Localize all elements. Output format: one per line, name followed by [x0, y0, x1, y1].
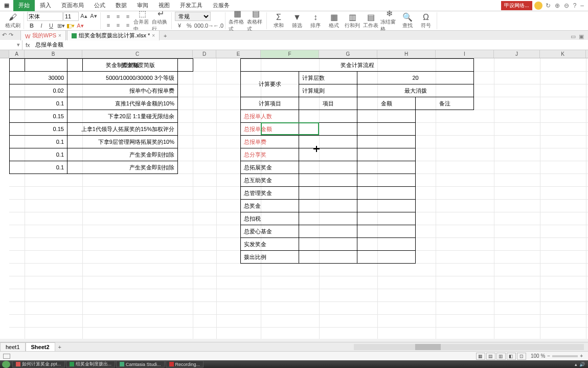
align-top-icon[interactable]: ≡ — [104, 12, 113, 20]
left-row-b-0[interactable]: 30000 — [10, 72, 67, 84]
right-amount-5[interactable] — [299, 174, 357, 187]
conditional-format-button[interactable]: ▦条件格式 — [229, 12, 246, 30]
right-item-5[interactable]: 总互助奖金 — [241, 174, 299, 187]
menu-cloud[interactable]: 云服务 — [208, 0, 235, 11]
align-right-icon[interactable]: ≡ — [123, 21, 132, 29]
refresh-icon[interactable]: ↻ — [545, 2, 552, 9]
increase-font-icon[interactable]: A▴ — [79, 12, 88, 20]
close-file-tab-icon[interactable]: × — [152, 33, 155, 38]
right-remark-5[interactable] — [357, 174, 416, 187]
find-button[interactable]: 🔍查找 — [399, 12, 416, 30]
wrap-text-button[interactable]: ↵ 自动换行 — [152, 12, 169, 30]
currency-icon[interactable]: ¥ — [175, 21, 184, 30]
minimize-icon[interactable]: – — [579, 2, 585, 9]
plus-icon[interactable]: ⊕ — [554, 2, 561, 9]
left-row-b-7[interactable]: 0.1 — [10, 161, 67, 174]
task-recording[interactable]: Recording... — [166, 361, 204, 367]
right-remark-3[interactable] — [357, 148, 416, 161]
col-header-H[interactable]: H — [377, 50, 436, 58]
view-full-icon[interactable]: ⊡ — [517, 353, 526, 360]
col-header-D[interactable]: D — [193, 50, 216, 58]
table-style-button[interactable]: ▤表格样式 — [247, 12, 264, 30]
left-row-b-5[interactable]: 0.1 — [10, 136, 67, 148]
zoom-out-icon[interactable]: − — [547, 353, 550, 359]
minus-icon[interactable]: ⊖ — [563, 2, 570, 9]
sort-button[interactable]: ↕排序 — [307, 12, 324, 30]
font-name-select[interactable] — [27, 12, 63, 21]
left-row-c-6[interactable]: 产生奖金即刻扣除 — [67, 148, 178, 161]
right-item-3[interactable]: 总分享奖 — [241, 148, 299, 161]
grid-body[interactable]: 奖金制度简版 奖金制度简版 300005000/10000/30000 3个等级… — [9, 58, 588, 339]
left-row-c-7[interactable]: 产生奖金即刻扣除 — [67, 161, 178, 174]
avatar-icon[interactable] — [534, 2, 542, 10]
right-item-10[interactable]: 实发奖金 — [241, 238, 299, 251]
right-remark-8[interactable] — [357, 212, 416, 225]
right-amount-11[interactable] — [299, 251, 357, 264]
my-wps-tab[interactable]: W 我的WPS × — [20, 30, 66, 40]
add-sheet-button[interactable]: + — [55, 343, 64, 351]
sheet-tab-1[interactable]: heet1 — [0, 342, 26, 352]
left-row-b-3[interactable]: 0.15 — [10, 110, 67, 123]
bold-button[interactable]: B — [27, 21, 36, 30]
task-xlsx[interactable]: 组奖金制度拨出... — [66, 361, 116, 367]
freeze-button[interactable]: ❄冻结窗格 — [380, 12, 398, 30]
zoom-slider[interactable] — [552, 355, 578, 357]
font-color-button[interactable]: A▾ — [76, 21, 85, 30]
number-format-select[interactable]: 常规 — [175, 12, 211, 21]
undo-button[interactable]: ↶ — [2, 32, 7, 38]
left-row-c-1[interactable]: 报单中心有报单费 — [67, 84, 178, 97]
filter-button[interactable]: ▼筛选 — [288, 12, 306, 30]
menu-data[interactable]: 数据 — [110, 0, 132, 11]
col-header-K[interactable]: K — [540, 50, 586, 58]
view-page-icon[interactable]: ▤ — [486, 353, 495, 360]
grid-area[interactable]: 奖金制度简版 奖金制度简版 300005000/10000/30000 3个等级… — [0, 58, 588, 339]
record-macro-icon[interactable] — [3, 354, 10, 359]
right-remark-6[interactable] — [357, 187, 416, 200]
format-button[interactable]: ▦格式 — [325, 12, 343, 30]
close-tab-icon[interactable]: × — [58, 33, 61, 38]
menu-page-layout[interactable]: 页面布局 — [56, 0, 89, 11]
italic-button[interactable]: I — [37, 21, 46, 30]
underline-button[interactable]: U — [47, 21, 56, 30]
left-row-b-2[interactable]: 0.1 — [10, 97, 67, 110]
tab-right-icon-1[interactable]: ▭ — [571, 33, 576, 40]
col-header-B[interactable]: B — [25, 50, 82, 58]
col-header-E[interactable]: E — [216, 50, 261, 58]
sum-button[interactable]: Σ求和 — [270, 12, 287, 30]
right-amount-3[interactable] — [299, 148, 357, 161]
add-tab-button[interactable]: + — [161, 32, 170, 40]
right-remark-4[interactable] — [357, 161, 416, 174]
left-row-c-2[interactable]: 直推1代报单金额的10% — [67, 97, 178, 110]
menu-dev-tools[interactable]: 开发工具 — [175, 0, 208, 11]
left-row-b-4[interactable]: 0.15 — [10, 123, 67, 136]
right-amount-6[interactable] — [299, 187, 357, 200]
left-row-c-0[interactable]: 5000/10000/30000 3个等级 — [67, 72, 178, 84]
align-middle-icon[interactable]: ≡ — [114, 12, 123, 20]
right-amount-9[interactable] — [299, 225, 357, 238]
left-row-c-4[interactable]: 上拿1代领导人拓展奖的15%加权评分 — [67, 123, 178, 136]
comma-icon[interactable]: 000 — [194, 21, 203, 30]
col-header-J[interactable]: J — [494, 50, 540, 58]
task-camtasia[interactable]: Camtasia Studi... — [116, 361, 165, 367]
right-amount-7[interactable] — [299, 200, 357, 212]
right-remark-0[interactable] — [357, 110, 416, 123]
fx-label[interactable]: fx — [22, 42, 33, 48]
scrollbar-thumb[interactable] — [415, 344, 441, 350]
help-icon[interactable]: ? — [572, 2, 578, 9]
system-tray[interactable]: ▴ 🔊 — [575, 362, 588, 367]
right-item-4[interactable]: 总拓展奖金 — [241, 161, 299, 174]
name-box[interactable]: ▾ — [0, 40, 22, 50]
horizontal-scrollbar[interactable] — [354, 344, 584, 350]
task-ppt[interactable]: 如何计算奖金.ppt... — [12, 361, 65, 367]
align-center-icon[interactable]: ≡ — [114, 21, 123, 29]
right-item-6[interactable]: 总管理奖金 — [241, 187, 299, 200]
redo-button[interactable]: ↷ — [9, 32, 13, 38]
right-remark-1[interactable] — [357, 123, 416, 136]
right-remark-11[interactable] — [357, 251, 416, 264]
zoom-in-icon[interactable]: + — [580, 353, 583, 359]
sheet-tab-2[interactable]: Sheet2 — [26, 342, 55, 352]
right-item-0[interactable]: 总报单人数 — [241, 110, 299, 123]
right-item-2[interactable]: 总报单费 — [241, 136, 299, 148]
start-button[interactable] — [2, 361, 10, 368]
menu-view[interactable]: 视图 — [153, 0, 175, 11]
